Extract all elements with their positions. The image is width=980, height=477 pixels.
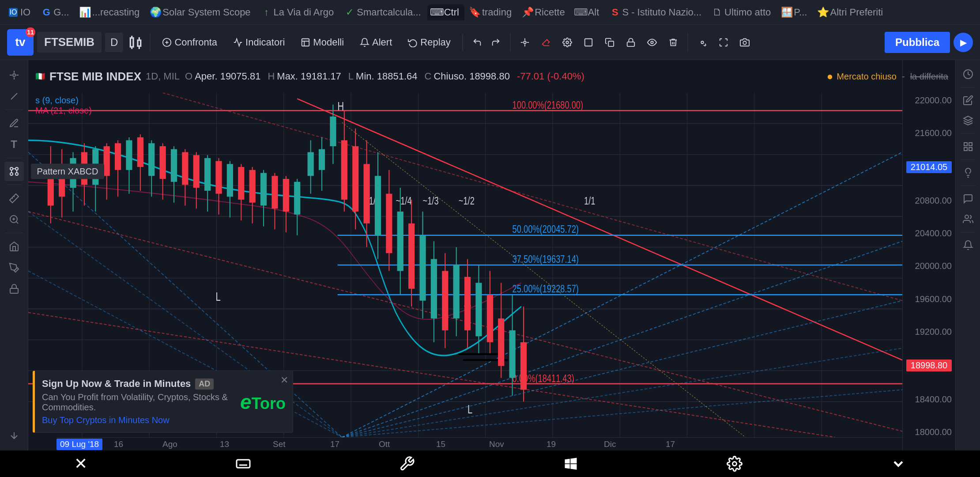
tab-favicon-trading: 🔖 bbox=[471, 8, 479, 17]
price-20000: 20000.00 bbox=[906, 261, 952, 271]
clock-icon[interactable] bbox=[959, 65, 977, 83]
svg-rect-130 bbox=[249, 170, 256, 203]
svg-rect-100 bbox=[81, 152, 87, 185]
symbol-selector[interactable]: FTSEMIB bbox=[37, 32, 102, 53]
undo-button[interactable] bbox=[468, 34, 486, 51]
svg-rect-18 bbox=[627, 42, 635, 46]
low-value: L Min. 18851.64 bbox=[348, 71, 418, 82]
chart-symbol-name: FTSE MIB INDEX bbox=[49, 70, 141, 83]
timeframe-selector[interactable]: D bbox=[105, 33, 123, 52]
redo-button[interactable] bbox=[487, 34, 505, 51]
tab-alt[interactable]: ⌨ Alt bbox=[571, 4, 605, 20]
shape-button[interactable] bbox=[580, 34, 597, 51]
home-tool[interactable] bbox=[4, 237, 24, 256]
crosshair-mode-button[interactable] bbox=[516, 34, 534, 51]
logo-box[interactable]: tv 11 bbox=[7, 29, 34, 56]
taskbar-gear-icon[interactable] bbox=[727, 456, 743, 472]
tab-ricette[interactable]: 📌 Ricette bbox=[518, 4, 570, 20]
notification-badge: 11 bbox=[26, 27, 35, 37]
tab-favicon-g: G bbox=[42, 8, 51, 17]
candle-type-button[interactable] bbox=[127, 34, 144, 51]
taskbar-close-icon[interactable]: ✕ bbox=[74, 454, 87, 473]
svg-rect-189 bbox=[969, 143, 972, 146]
bell-icon[interactable] bbox=[959, 236, 977, 254]
tab-istituto[interactable]: S S - Istituto Nazio... bbox=[605, 4, 707, 20]
tab-solar[interactable]: 🌍 Solar System Scope bbox=[146, 4, 256, 20]
svg-point-29 bbox=[10, 173, 13, 175]
text-tool[interactable]: T bbox=[4, 135, 24, 154]
replay-button[interactable]: Replay bbox=[402, 33, 456, 52]
taskbar-keyboard-icon[interactable] bbox=[235, 456, 251, 472]
tab-smartcalc[interactable]: ✓ Smartcalcula... bbox=[340, 4, 426, 20]
grid-icon[interactable] bbox=[959, 138, 977, 155]
ruler-tool[interactable] bbox=[4, 189, 24, 208]
chat-icon[interactable] bbox=[959, 190, 977, 208]
svg-rect-132 bbox=[260, 173, 267, 206]
tab-g[interactable]: G G... bbox=[37, 4, 74, 20]
tab-label-altripreferiti: Altri Preferiti bbox=[830, 7, 883, 18]
eraser-button[interactable] bbox=[537, 34, 555, 51]
chart-area[interactable]: 🇮🇹 FTSE MIB INDEX 1D, MIL O Aper. 19075.… bbox=[28, 60, 955, 450]
line-tool[interactable] bbox=[4, 87, 24, 106]
tab-ctrl[interactable]: ⌨ Ctrl bbox=[427, 4, 464, 20]
indicatori-button[interactable]: Indicatori bbox=[227, 33, 291, 52]
tab-label-g: G... bbox=[53, 7, 69, 18]
brush-tool[interactable] bbox=[4, 258, 24, 277]
svg-marker-187 bbox=[964, 116, 972, 121]
svg-rect-0 bbox=[131, 38, 134, 47]
svg-rect-104 bbox=[104, 146, 110, 176]
chart-settings-button[interactable] bbox=[694, 34, 711, 51]
lock-button[interactable] bbox=[622, 34, 640, 51]
tab-label-smartcalc: Smartcalcula... bbox=[357, 7, 421, 18]
alert-button[interactable]: Alert bbox=[354, 33, 398, 52]
tab-altripreferiti[interactable]: ⭐ Altri Preferiti bbox=[813, 4, 888, 20]
svg-rect-147 bbox=[341, 140, 347, 200]
eye-button[interactable] bbox=[643, 34, 661, 51]
edit-icon[interactable] bbox=[959, 91, 977, 109]
confronta-button[interactable]: Confronta bbox=[156, 33, 223, 52]
trash-button[interactable] bbox=[664, 34, 682, 51]
arrow-down-tool[interactable] bbox=[4, 426, 24, 445]
people-icon[interactable] bbox=[959, 210, 977, 228]
toolbar-separator-1 bbox=[150, 34, 151, 51]
copy-button[interactable] bbox=[601, 34, 618, 51]
tab-trading[interactable]: 🔖 trading bbox=[465, 4, 517, 20]
tab-forecasting[interactable]: 📊 ...recasting bbox=[75, 4, 145, 20]
tab-p[interactable]: 🪟 P... bbox=[777, 4, 812, 20]
price-20800: 20800.00 bbox=[906, 196, 952, 206]
crosshair-tool[interactable] bbox=[4, 65, 24, 85]
fullscreen-button[interactable] bbox=[715, 34, 732, 51]
close-label: C bbox=[425, 71, 432, 82]
svg-rect-120 bbox=[193, 155, 200, 188]
tab-ultimoatto[interactable]: 🗋 Ultimo atto bbox=[708, 4, 776, 20]
taskbar-chevron-down-icon[interactable] bbox=[890, 456, 906, 472]
screenshot-button[interactable] bbox=[736, 34, 754, 51]
svg-rect-151 bbox=[364, 164, 370, 223]
taskbar-wrench-icon[interactable] bbox=[399, 456, 415, 472]
play-button[interactable]: ▶ bbox=[954, 33, 973, 52]
svg-rect-102 bbox=[92, 149, 98, 185]
taskbar: ✕ bbox=[0, 450, 980, 477]
modelli-button[interactable]: Modelli bbox=[294, 33, 350, 52]
svg-point-19 bbox=[651, 41, 653, 44]
tab-laviadi[interactable]: ↑ La Via di Argo bbox=[257, 4, 339, 20]
drawing-tool[interactable] bbox=[4, 114, 24, 133]
tab-label-ultimoatto: Ultimo atto bbox=[724, 7, 771, 18]
settings-button[interactable] bbox=[558, 34, 576, 51]
layers-icon[interactable] bbox=[959, 112, 977, 129]
ma-info-1: s (9, close) bbox=[35, 95, 92, 106]
tab-io[interactable]: IO IO bbox=[4, 4, 36, 20]
publish-button[interactable]: Pubblica bbox=[885, 32, 950, 53]
svg-text:L: L bbox=[467, 402, 472, 416]
svg-rect-140 bbox=[308, 152, 314, 176]
lock-tool[interactable] bbox=[4, 279, 24, 299]
taskbar-windows-icon[interactable] bbox=[563, 456, 579, 472]
time-17b: 17 bbox=[666, 439, 675, 449]
lightbulb-icon[interactable] bbox=[959, 164, 977, 182]
zoom-tool[interactable] bbox=[4, 210, 24, 229]
pattern-tool[interactable]: Pattern XABCD bbox=[4, 162, 24, 181]
ad-content: Sign Up Now & Trade in Minutes AD Can Yo… bbox=[42, 378, 231, 425]
ad-close-button[interactable]: ✕ bbox=[280, 375, 288, 386]
ad-link[interactable]: Buy Top Cryptos in Minutes Now bbox=[42, 415, 231, 425]
open-value: O Aper. 19075.81 bbox=[185, 71, 260, 82]
